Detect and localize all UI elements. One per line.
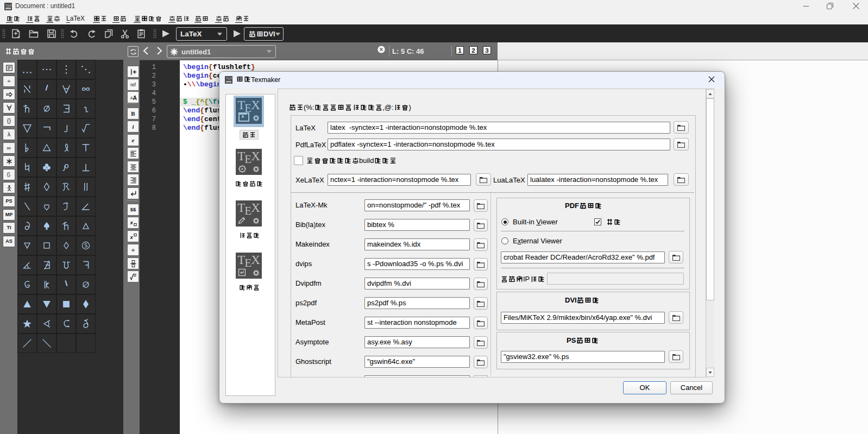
- svg-text:x: x: [129, 235, 133, 240]
- svg-text:A: A: [133, 95, 137, 101]
- svg-text:x: x: [129, 220, 133, 225]
